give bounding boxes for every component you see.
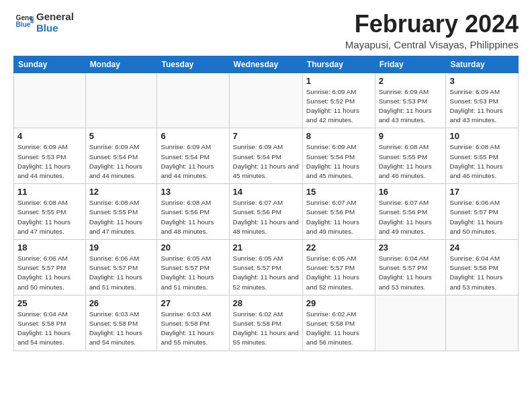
logo-icon: General Blue [15,13,34,32]
logo-line1: General [36,11,74,22]
day-number-w3-d6: 24 [449,242,515,253]
day-info-w2-d2: Sunrise: 6:08 AM Sunset: 5:56 PM Dayligh… [161,198,225,236]
calendar-cell-w3-d4: 22Sunrise: 6:05 AM Sunset: 5:57 PM Dayli… [302,240,375,295]
calendar-cell-w3-d6: 24Sunrise: 6:04 AM Sunset: 5:58 PM Dayli… [446,240,519,295]
calendar-cell-w2-d2: 13Sunrise: 6:08 AM Sunset: 5:56 PM Dayli… [157,184,229,240]
day-info-w1-d4: Sunrise: 6:09 AM Sunset: 5:54 PM Dayligh… [306,142,371,181]
day-info-w3-d1: Sunrise: 6:06 AM Sunset: 5:57 PM Dayligh… [89,254,154,292]
title-block: February 2024 Mayapusi, Central Visayas,… [345,11,519,50]
calendar-cell-w0-d4: 1Sunrise: 6:09 AM Sunset: 5:52 PM Daylig… [302,73,375,128]
calendar-cell-w4-d3: 28Sunrise: 6:02 AM Sunset: 5:58 PM Dayli… [229,295,302,351]
day-number-w4-d0: 25 [17,298,82,308]
logo-line2: Blue [36,22,74,34]
day-number-w0-d5: 2 [379,76,443,86]
calendar-cell-w2-d5: 16Sunrise: 6:07 AM Sunset: 5:56 PM Dayli… [375,184,446,240]
day-number-w2-d3: 14 [233,187,299,197]
day-info-w3-d4: Sunrise: 6:05 AM Sunset: 5:57 PM Dayligh… [306,254,371,292]
week-row-2: 11Sunrise: 6:08 AM Sunset: 5:55 PM Dayli… [14,184,519,240]
svg-text:Blue: Blue [16,21,31,28]
calendar-cell-w4-d5 [375,295,446,351]
week-row-0: 1Sunrise: 6:09 AM Sunset: 5:52 PM Daylig… [14,73,519,128]
day-number-w2-d4: 15 [306,187,371,197]
day-number-w4-d2: 27 [161,298,225,308]
day-info-w2-d0: Sunrise: 6:08 AM Sunset: 5:55 PM Dayligh… [17,198,82,236]
day-info-w4-d2: Sunrise: 6:03 AM Sunset: 5:58 PM Dayligh… [161,310,225,348]
calendar-cell-w4-d4: 29Sunrise: 6:02 AM Sunset: 5:58 PM Dayli… [302,295,375,351]
day-number-w4-d3: 28 [233,298,299,308]
day-number-w2-d6: 17 [449,187,515,197]
calendar-cell-w4-d6 [446,295,519,351]
header-thursday: Thursday [302,56,375,73]
calendar-cell-w3-d3: 21Sunrise: 6:05 AM Sunset: 5:57 PM Dayli… [229,240,302,295]
day-number-w2-d5: 16 [379,187,443,197]
header-saturday: Saturday [446,56,519,73]
day-info-w0-d5: Sunrise: 6:09 AM Sunset: 5:53 PM Dayligh… [379,87,443,126]
header-sunday: Sunday [14,56,86,73]
calendar-table: Sunday Monday Tuesday Wednesday Thursday… [13,56,519,351]
day-info-w2-d6: Sunrise: 6:06 AM Sunset: 5:57 PM Dayligh… [449,198,515,236]
day-info-w1-d5: Sunrise: 6:08 AM Sunset: 5:55 PM Dayligh… [379,142,443,181]
day-number-w3-d1: 19 [89,242,154,253]
day-info-w4-d4: Sunrise: 6:02 AM Sunset: 5:58 PM Dayligh… [306,310,371,348]
svg-marker-3 [30,20,34,24]
day-number-w2-d0: 11 [17,187,82,197]
calendar-cell-w2-d4: 15Sunrise: 6:07 AM Sunset: 5:56 PM Dayli… [302,184,375,240]
day-number-w1-d6: 10 [449,131,515,141]
logo: General Blue General Blue [13,11,74,34]
location-title: Mayapusi, Central Visayas, Philippines [345,39,519,50]
calendar-cell-w1-d3: 7Sunrise: 6:09 AM Sunset: 5:54 PM Daylig… [229,128,302,184]
day-info-w3-d3: Sunrise: 6:05 AM Sunset: 5:57 PM Dayligh… [233,254,299,292]
day-info-w3-d0: Sunrise: 6:06 AM Sunset: 5:57 PM Dayligh… [17,254,82,292]
month-title: February 2024 [345,11,519,38]
header-friday: Friday [375,56,446,73]
header-tuesday: Tuesday [157,56,229,73]
calendar-cell-w1-d4: 8Sunrise: 6:09 AM Sunset: 5:54 PM Daylig… [302,128,375,184]
calendar-cell-w3-d0: 18Sunrise: 6:06 AM Sunset: 5:57 PM Dayli… [14,240,86,295]
calendar-cell-w2-d3: 14Sunrise: 6:07 AM Sunset: 5:56 PM Dayli… [229,184,302,240]
calendar-cell-w4-d1: 26Sunrise: 6:03 AM Sunset: 5:58 PM Dayli… [85,295,157,351]
day-number-w1-d2: 6 [161,131,225,141]
calendar-cell-w1-d6: 10Sunrise: 6:08 AM Sunset: 5:55 PM Dayli… [446,128,519,184]
calendar-cell-w2-d6: 17Sunrise: 6:06 AM Sunset: 5:57 PM Dayli… [446,184,519,240]
day-info-w0-d4: Sunrise: 6:09 AM Sunset: 5:52 PM Dayligh… [306,87,371,126]
day-number-w1-d3: 7 [233,131,299,141]
day-number-w0-d6: 3 [449,76,515,86]
day-info-w0-d6: Sunrise: 6:09 AM Sunset: 5:53 PM Dayligh… [449,87,515,126]
calendar-cell-w0-d3 [229,73,302,128]
calendar-cell-w3-d2: 20Sunrise: 6:05 AM Sunset: 5:57 PM Dayli… [157,240,229,295]
calendar-cell-w0-d1 [85,73,157,128]
day-number-w3-d2: 20 [161,242,225,253]
day-info-w1-d2: Sunrise: 6:09 AM Sunset: 5:54 PM Dayligh… [161,142,225,181]
day-info-w1-d0: Sunrise: 6:09 AM Sunset: 5:53 PM Dayligh… [17,142,82,181]
calendar-cell-w4-d2: 27Sunrise: 6:03 AM Sunset: 5:58 PM Dayli… [157,295,229,351]
day-info-w2-d1: Sunrise: 6:08 AM Sunset: 5:55 PM Dayligh… [89,198,154,236]
day-number-w3-d3: 21 [233,242,299,253]
calendar-cell-w4-d0: 25Sunrise: 6:04 AM Sunset: 5:58 PM Dayli… [14,295,86,351]
day-info-w4-d1: Sunrise: 6:03 AM Sunset: 5:58 PM Dayligh… [89,310,154,348]
day-info-w2-d3: Sunrise: 6:07 AM Sunset: 5:56 PM Dayligh… [233,198,299,236]
calendar-cell-w0-d0 [14,73,86,128]
day-info-w1-d1: Sunrise: 6:09 AM Sunset: 5:54 PM Dayligh… [89,142,154,181]
day-number-w1-d5: 9 [379,131,443,141]
day-info-w1-d6: Sunrise: 6:08 AM Sunset: 5:55 PM Dayligh… [449,142,515,181]
day-number-w3-d4: 22 [306,242,371,253]
logo-text-block: General Blue [36,11,74,34]
day-number-w3-d5: 23 [379,242,443,253]
header-monday: Monday [85,56,157,73]
day-number-w3-d0: 18 [17,242,82,253]
calendar-cell-w0-d5: 2Sunrise: 6:09 AM Sunset: 5:53 PM Daylig… [375,73,446,128]
week-row-4: 25Sunrise: 6:04 AM Sunset: 5:58 PM Dayli… [14,295,519,351]
calendar-cell-w0-d6: 3Sunrise: 6:09 AM Sunset: 5:53 PM Daylig… [446,73,519,128]
header-wednesday: Wednesday [229,56,302,73]
header: General Blue General Blue February 2024 … [13,11,519,50]
calendar-cell-w3-d1: 19Sunrise: 6:06 AM Sunset: 5:57 PM Dayli… [85,240,157,295]
day-info-w4-d3: Sunrise: 6:02 AM Sunset: 5:58 PM Dayligh… [233,310,299,348]
calendar-cell-w0-d2 [157,73,229,128]
calendar-cell-w1-d1: 5Sunrise: 6:09 AM Sunset: 5:54 PM Daylig… [85,128,157,184]
day-info-w2-d4: Sunrise: 6:07 AM Sunset: 5:56 PM Dayligh… [306,198,371,236]
day-number-w1-d4: 8 [306,131,371,141]
day-number-w4-d4: 29 [306,298,371,308]
day-info-w3-d2: Sunrise: 6:05 AM Sunset: 5:57 PM Dayligh… [161,254,225,292]
day-info-w1-d3: Sunrise: 6:09 AM Sunset: 5:54 PM Dayligh… [233,142,299,181]
day-number-w2-d2: 13 [161,187,225,197]
